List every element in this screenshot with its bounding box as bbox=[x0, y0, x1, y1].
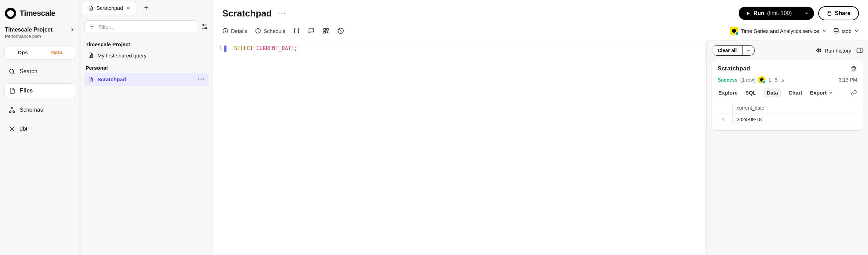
duration: 1.5 s bbox=[768, 77, 785, 83]
tree-heading-personal: Personal bbox=[84, 61, 209, 73]
svg-point-6 bbox=[205, 28, 207, 29]
tool-braces[interactable] bbox=[293, 27, 300, 34]
nav-schemas[interactable]: Schemas bbox=[4, 103, 75, 117]
svg-rect-15 bbox=[857, 48, 862, 53]
toolbar: Details Schedule bbox=[213, 24, 868, 40]
status-badge: Success bbox=[718, 77, 738, 83]
chevron-right-icon bbox=[70, 27, 75, 32]
clear-all-button[interactable]: Clear all bbox=[712, 45, 742, 56]
result-tab-data[interactable]: Data bbox=[763, 88, 782, 97]
nav-search[interactable]: Search bbox=[4, 64, 75, 78]
lock-icon bbox=[827, 11, 832, 16]
file-icon bbox=[88, 5, 94, 11]
results-panel: Clear all Run history bbox=[707, 40, 868, 255]
row-index-header bbox=[718, 102, 732, 114]
close-icon[interactable] bbox=[126, 6, 131, 11]
share-button[interactable]: Share bbox=[818, 6, 859, 20]
chevron-down-icon bbox=[822, 28, 827, 33]
sql-editor[interactable]: 1 SELECT CURRENT_DATE; bbox=[213, 40, 707, 255]
project-plan: Performance plan bbox=[5, 34, 75, 39]
svg-rect-3 bbox=[13, 111, 15, 112]
result-tab-export[interactable]: Export bbox=[809, 88, 834, 97]
comment-icon bbox=[308, 27, 315, 34]
tool-history[interactable] bbox=[337, 27, 344, 34]
result-tab-chart[interactable]: Chart bbox=[788, 88, 803, 97]
tree-item-shared-query[interactable]: My first shared query bbox=[84, 49, 209, 61]
new-tab-button[interactable] bbox=[141, 2, 151, 13]
tool-comment[interactable] bbox=[308, 27, 315, 34]
database-name: tsdb bbox=[842, 28, 852, 34]
chevron-down-icon bbox=[854, 28, 859, 33]
search-icon bbox=[8, 68, 15, 75]
database-icon bbox=[833, 28, 839, 34]
column-header[interactable]: current_date bbox=[732, 102, 857, 114]
brand-logo[interactable]: Timescale bbox=[4, 6, 75, 20]
file-panel: Scratchpad Timescale Project My fi bbox=[80, 0, 213, 255]
brand-name: Timescale bbox=[20, 9, 55, 18]
page-more-icon[interactable]: ··· bbox=[278, 10, 287, 17]
filter-input[interactable] bbox=[99, 24, 193, 30]
settings-sliders-icon[interactable] bbox=[201, 23, 209, 30]
svg-rect-1 bbox=[11, 108, 13, 109]
database-selector[interactable]: tsdb bbox=[833, 28, 859, 34]
delete-result-icon[interactable] bbox=[850, 65, 857, 72]
sidebar-left: Timescale Timescale Project Performance … bbox=[0, 0, 80, 255]
tool-schedule[interactable]: Schedule bbox=[255, 28, 286, 34]
project-selector[interactable]: Timescale Project Performance plan bbox=[4, 25, 75, 40]
token-semicolon: ; bbox=[294, 45, 298, 51]
tree-item-scratchpad[interactable]: Scratchpad ··· bbox=[84, 73, 209, 86]
svg-point-14 bbox=[834, 28, 838, 30]
segment-ops[interactable]: Ops bbox=[6, 47, 40, 58]
svg-point-5 bbox=[203, 25, 204, 26]
segment-data[interactable]: Data bbox=[40, 47, 74, 58]
svg-rect-12 bbox=[324, 32, 326, 33]
run-limit: (limit 100) bbox=[767, 10, 792, 16]
run-dropdown[interactable] bbox=[799, 7, 814, 20]
token-keyword: SELECT bbox=[234, 45, 253, 51]
run-label: Run bbox=[753, 10, 764, 16]
result-tab-sql[interactable]: SQL bbox=[745, 88, 757, 97]
project-name: Timescale Project bbox=[5, 27, 53, 33]
chevron-down-icon bbox=[804, 11, 809, 16]
file-icon bbox=[9, 87, 16, 94]
tool-grid[interactable] bbox=[323, 27, 330, 34]
nav-label: Schemas bbox=[20, 107, 43, 113]
tool-details[interactable]: Details bbox=[222, 28, 247, 34]
svg-point-0 bbox=[9, 69, 14, 73]
svg-rect-10 bbox=[324, 28, 326, 30]
service-badge-icon bbox=[730, 27, 738, 35]
service-badge-icon bbox=[758, 76, 765, 83]
chevron-down-icon bbox=[746, 48, 751, 53]
result-tab-explore[interactable]: Explore bbox=[718, 88, 738, 97]
play-icon bbox=[746, 11, 751, 16]
file-tab[interactable]: Scratchpad bbox=[83, 1, 136, 14]
nav-dbt[interactable]: dbt bbox=[4, 122, 75, 136]
rewind-icon bbox=[815, 47, 822, 54]
row-index: 1 bbox=[718, 114, 732, 125]
logo-mark-icon bbox=[5, 8, 16, 19]
clear-dropdown[interactable] bbox=[742, 45, 755, 56]
run-history-button[interactable]: Run history bbox=[815, 47, 851, 54]
ops-data-segment: Ops Data bbox=[4, 45, 75, 60]
nav-label: Search bbox=[20, 68, 38, 75]
dbt-icon bbox=[8, 125, 15, 132]
panel-toggle-icon[interactable] bbox=[856, 47, 863, 54]
line-number: 1 bbox=[213, 45, 231, 52]
timestamp: 3:13 PM bbox=[839, 77, 857, 83]
more-options-icon[interactable]: ··· bbox=[198, 76, 205, 83]
nav-files[interactable]: Files bbox=[4, 83, 75, 98]
copy-link-icon[interactable] bbox=[851, 90, 857, 96]
chevron-down-icon bbox=[828, 90, 833, 95]
result-table: current_date 1 2024-09-18 bbox=[718, 102, 857, 125]
table-row[interactable]: 1 2024-09-18 bbox=[718, 114, 857, 125]
svg-point-13 bbox=[732, 29, 736, 33]
schema-icon bbox=[8, 106, 15, 113]
token-identifier: CURRENT_DATE bbox=[256, 45, 294, 51]
service-selector[interactable]: Time Series and Analytics service bbox=[730, 27, 827, 35]
service-name: Time Series and Analytics service bbox=[741, 28, 819, 34]
cursor-caret bbox=[298, 46, 299, 52]
result-title: Scratchpad bbox=[718, 65, 750, 72]
filter-input-wrap[interactable] bbox=[84, 20, 197, 33]
run-button[interactable]: Run (limit 100) bbox=[739, 7, 799, 20]
file-icon bbox=[88, 52, 94, 58]
